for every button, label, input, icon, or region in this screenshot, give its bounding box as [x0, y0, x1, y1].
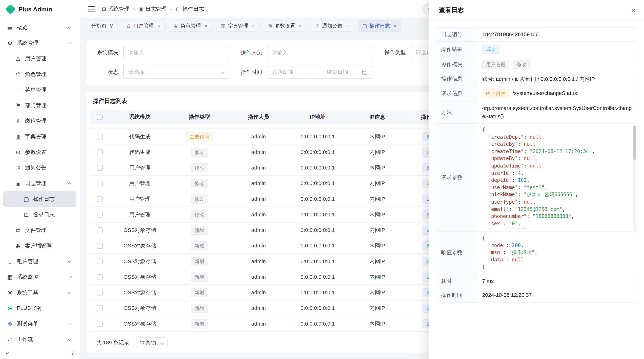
row-checkbox[interactable]: [97, 290, 103, 295]
row-checkbox[interactable]: [97, 243, 103, 249]
system-module-input[interactable]: [123, 46, 228, 59]
sidebar-item[interactable]: ⇌工作流: [3, 332, 76, 346]
tab-item[interactable]: ♙用户管理×: [122, 20, 165, 31]
sidebar-item[interactable]: ⊚测试菜单: [3, 316, 76, 332]
operation-time-daterange[interactable]: 开始日期→结束日期: [267, 66, 372, 79]
tab-item[interactable]: ▢操作日志×: [358, 20, 401, 31]
select-placeholder: 请选择: [128, 68, 144, 76]
tab-item[interactable]: ♔角色管理×: [169, 20, 212, 31]
cell-type: 新增: [170, 241, 229, 250]
tag: 修改: [191, 147, 208, 157]
app-logo[interactable]: Plus Admin: [0, 0, 80, 18]
sidebar-item-label: PLUS官网: [17, 305, 42, 312]
log-icon: ▣: [15, 180, 22, 187]
sidebar-item[interactable]: ♔角色管理: [3, 66, 76, 82]
chevron-down-icon: [160, 341, 164, 345]
sidebar-item-label: 日志管理: [25, 180, 46, 187]
sidebar-item-label: 登录日志: [33, 211, 54, 218]
sidebar-item[interactable]: ♗岗位管理: [3, 113, 76, 129]
sidebar-item[interactable]: ▦系统监控: [3, 269, 76, 285]
close-tab-icon[interactable]: ×: [393, 23, 396, 29]
sidebar-item[interactable]: ⚒系统工具: [3, 285, 76, 300]
sidebar-item[interactable]: ⌘客户端管理: [3, 238, 76, 254]
row-checkbox[interactable]: [97, 321, 103, 327]
row-checkbox[interactable]: [97, 149, 103, 155]
cell-type: 新增: [170, 272, 229, 281]
operator-input[interactable]: [267, 46, 372, 59]
column-header-ip: IP地址: [288, 113, 348, 121]
cell-operator: admin: [229, 305, 288, 311]
close-tab-icon[interactable]: ×: [346, 23, 349, 29]
sidebar-item[interactable]: ⌂租户管理: [3, 254, 76, 269]
sidebar-item[interactable]: ▣日志管理: [3, 176, 76, 191]
sidebar-item[interactable]: ⊡登录日志: [3, 207, 76, 222]
tab-item[interactable]: 分析页: [86, 20, 118, 31]
collapse-sidebar-icon[interactable]: «: [6, 349, 9, 356]
close-icon[interactable]: ×: [631, 6, 636, 14]
breadcrumb-item[interactable]: ⊞系统管理: [102, 5, 129, 12]
row-checkbox[interactable]: [97, 212, 103, 217]
cell-type: 修改: [170, 163, 229, 172]
breadcrumb-item[interactable]: ▣日志管理: [139, 5, 167, 12]
cell-ip: 0:0:0:0:0:0:0:1: [288, 227, 348, 233]
json-code: { "code": 200, "msg": "操作成功", "data": nu…: [482, 235, 631, 271]
notice-icon: ⚐: [315, 23, 320, 29]
close-tab-icon[interactable]: ×: [298, 23, 302, 29]
chevron-down-icon: [68, 337, 72, 341]
tool-icon: ⚒: [6, 290, 13, 296]
cell-operator: admin: [229, 149, 288, 155]
close-tab-icon[interactable]: ×: [204, 23, 208, 29]
row-checkbox[interactable]: [97, 274, 103, 280]
pin-icon[interactable]: [109, 23, 113, 28]
breadcrumb-item[interactable]: ▢操作日志: [176, 5, 204, 12]
chevron-down-icon: [220, 70, 224, 74]
log-icon: ▣: [139, 6, 143, 12]
tab-item[interactable]: ⚐通知公告×: [310, 20, 354, 31]
row-checkbox[interactable]: [97, 258, 103, 264]
scrollbar-thumb[interactable]: [633, 126, 636, 160]
row-checkbox[interactable]: [97, 180, 103, 186]
scrollbar[interactable]: [633, 125, 636, 230]
sidebar-item[interactable]: ⚙系统管理: [3, 35, 76, 51]
tab-label: 分析页: [91, 22, 106, 29]
row-checkbox[interactable]: [97, 165, 103, 171]
sidebar-item[interactable]: ▤概览: [3, 20, 76, 35]
tag: 修改: [191, 210, 208, 219]
menu-toggle-icon[interactable]: [88, 6, 95, 11]
cell-module: OSS对象存储: [110, 226, 170, 234]
row-checkbox[interactable]: [97, 227, 103, 233]
sidebar-item-label: 操作日志: [33, 195, 54, 203]
operation-log-icon: ▢: [23, 196, 30, 202]
sidebar-item[interactable]: ≡菜单管理: [3, 82, 76, 98]
chevron-up-icon: [68, 42, 72, 46]
detail-label: 操作结果: [436, 41, 477, 57]
cell-select: [90, 180, 110, 186]
sidebar-item[interactable]: ⧉文件管理: [3, 222, 76, 238]
field-label: 操作人员: [236, 49, 262, 56]
sidebar-item[interactable]: ⊕PLUS官网: [3, 301, 76, 316]
close-tab-icon[interactable]: ×: [157, 23, 160, 29]
sidebar-item[interactable]: ⊛参数设置: [3, 144, 76, 160]
tag: 生成代码: [186, 132, 213, 141]
sidebar-item[interactable]: ▢操作日志: [3, 191, 76, 207]
cell-operator: admin: [229, 290, 288, 296]
sidebar-item[interactable]: ▥字典管理: [3, 129, 76, 144]
row-checkbox[interactable]: [97, 134, 103, 139]
tab-item[interactable]: ⊛参数设置×: [264, 20, 306, 31]
row-checkbox[interactable]: [97, 305, 103, 311]
close-tab-icon[interactable]: ×: [252, 23, 255, 29]
page-size-select[interactable]: 20条/页: [136, 337, 168, 348]
operation-log-icon: ▢: [362, 23, 367, 29]
sidebar-item[interactable]: ⚑部门管理: [3, 98, 76, 113]
row-checkbox[interactable]: [97, 196, 103, 202]
pin-icon[interactable]: [70, 351, 74, 355]
cell-ip: 0:0:0:0:0:0:0:1: [288, 290, 348, 296]
sidebar-item[interactable]: ⚐通知公告: [3, 160, 76, 176]
select-all-checkbox[interactable]: [97, 114, 103, 120]
breadcrumb: ⊞系统管理›▣日志管理›▢操作日志: [102, 5, 204, 12]
chevron-down-icon: [68, 321, 72, 325]
sidebar-item[interactable]: ♙用户管理: [3, 51, 76, 66]
page-size-value: 20条/页: [140, 339, 157, 346]
status-select[interactable]: 请选择: [123, 66, 228, 79]
tab-item[interactable]: ▥字典管理×: [216, 20, 260, 31]
